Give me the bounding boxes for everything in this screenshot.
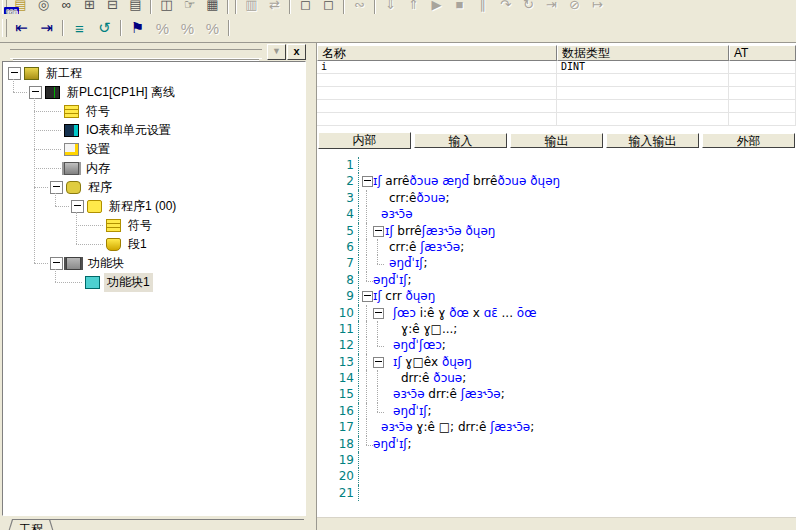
tab-输出[interactable]: 输出	[510, 133, 603, 148]
table-cell[interactable]	[557, 113, 729, 126]
address-reference-icon[interactable]: ⊟	[101, 0, 124, 14]
fold-collapse-icon[interactable]	[373, 308, 384, 319]
bookmark-flag-icon[interactable]: ⚑	[125, 16, 150, 40]
tabstrip-edge	[48, 519, 304, 520]
toolbar-grip[interactable]	[2, 19, 7, 37]
project-workspace-panel: ▼ x 新工程新PLC1[CP1H] 离线符号IO表和单元设置设置内存程序新程序…	[0, 42, 308, 530]
cross-reference-icon[interactable]: ⊞	[78, 0, 101, 14]
tree-expand-minus-icon[interactable]	[50, 181, 63, 194]
online-link-icon[interactable]: ∾	[348, 0, 371, 14]
tree-item-5[interactable]: 内存	[3, 159, 305, 178]
table-cell[interactable]	[557, 74, 729, 87]
fold-collapse-icon[interactable]	[362, 176, 373, 187]
fold-guide-line	[366, 223, 367, 239]
fold-collapse-icon[interactable]	[373, 226, 384, 237]
tree-item-0[interactable]: 新工程	[3, 64, 305, 83]
column-header-0[interactable]: 名称	[317, 45, 557, 61]
tree-item-2[interactable]: 符号	[3, 102, 305, 121]
debug-step-out-icon[interactable]: ⇑	[402, 0, 425, 14]
transfer-icon[interactable]: ⇄	[263, 0, 286, 14]
chevron-down-icon[interactable]: ▼	[267, 44, 286, 60]
editor-bottom-scroll-area[interactable]	[317, 517, 796, 530]
tree-expand-minus-icon[interactable]	[71, 200, 84, 213]
table-cell[interactable]	[729, 113, 796, 126]
st-keyword: əŋd̄ˈɪʃ	[373, 273, 407, 287]
watch-percent-1-icon[interactable]: %	[150, 16, 175, 40]
io-comment-table-icon[interactable]: ▦	[201, 0, 224, 14]
indent-decrease-icon[interactable]: ⇤	[9, 16, 34, 40]
tab-输入[interactable]: 输入	[414, 133, 507, 148]
table-cell[interactable]: DINT	[557, 61, 729, 74]
tree-item-4[interactable]: 设置	[3, 140, 305, 159]
tree-expand-minus-icon[interactable]	[29, 86, 42, 99]
table-cell[interactable]	[729, 87, 796, 100]
print-preview-icon[interactable]: ◻	[317, 0, 340, 14]
tree-expand-minus-icon[interactable]	[50, 257, 63, 270]
gutter-separator	[358, 337, 359, 353]
line-number: 7	[317, 256, 354, 270]
tab-内部[interactable]: 内部	[318, 132, 411, 149]
debug-pause-icon[interactable]: ∥	[471, 0, 494, 14]
table-cell[interactable]	[729, 74, 796, 87]
watch-window-icon[interactable]: ◫	[155, 0, 178, 14]
tree-item-10[interactable]: 功能块	[3, 254, 305, 273]
indent-increase-icon[interactable]: ⇥	[34, 16, 59, 40]
fold-collapse-icon[interactable]	[362, 291, 373, 302]
find-binoculars-icon[interactable]: ∞	[55, 0, 78, 14]
debug-run-icon[interactable]: ▶	[425, 0, 448, 14]
zoom-to-page-icon[interactable]: ◎	[32, 0, 55, 14]
debug-continue-icon[interactable]: ↻	[517, 0, 540, 14]
debug-stop-icon[interactable]: ■	[448, 0, 471, 14]
tree-item-8[interactable]: 符号	[3, 216, 305, 235]
debug-break-icon[interactable]: ⊘	[563, 0, 586, 14]
column-header-1[interactable]: 数据类型	[557, 45, 729, 61]
tree-item-6[interactable]: 程序	[3, 178, 305, 197]
tab-外部[interactable]: 外部	[702, 133, 795, 148]
compile-icon[interactable]: ▥	[240, 0, 263, 14]
table-cell[interactable]	[729, 61, 796, 74]
table-cell[interactable]	[317, 87, 557, 100]
code-text: əŋd̄ˈɪʃ;	[373, 437, 411, 451]
line-number: 6	[317, 240, 354, 254]
panel-splitter[interactable]	[308, 42, 316, 530]
monitor-mode-icon[interactable]: ron	[0, 1, 23, 15]
tree-item-1[interactable]: 新PLC1[CP1H] 离线	[3, 83, 305, 102]
table-cell[interactable]	[729, 100, 796, 113]
show-line-marks-icon[interactable]: ≡	[67, 16, 92, 40]
table-cell[interactable]	[557, 87, 729, 100]
debug-end-icon[interactable]: ↦	[586, 0, 609, 14]
table-cell[interactable]	[317, 74, 557, 87]
close-icon[interactable]: x	[287, 44, 306, 60]
tree-item-7[interactable]: 新程序1 (00)	[3, 197, 305, 216]
tree-item-11[interactable]: 功能块1	[3, 273, 305, 292]
tree-item-label: IO表和单元设置	[83, 121, 174, 140]
workspace-drag-handle[interactable]	[10, 49, 262, 59]
debug-step-in-icon[interactable]: ⇓	[379, 0, 402, 14]
tree-item-3[interactable]: IO表和单元设置	[3, 121, 305, 140]
table-cell[interactable]	[557, 100, 729, 113]
debug-to-cursor-icon[interactable]: ⇥	[540, 0, 563, 14]
symbols-icon	[106, 219, 121, 232]
st-keyword: əŋd̄ˈʃœɔ	[393, 338, 442, 352]
output-window-icon[interactable]: ▤	[124, 0, 147, 14]
table-cell[interactable]	[317, 113, 557, 126]
watch-percent-2-icon[interactable]: %	[175, 16, 200, 40]
st-code-editor[interactable]: 12ɪʃ arrêðɔuə æŋd̄ brrêðɔuə ðųəŋ3crr:êðɔ…	[317, 149, 796, 519]
project-tab[interactable]: 工程	[6, 519, 56, 530]
line-number: 1	[317, 158, 354, 172]
table-cell[interactable]: i	[317, 61, 557, 74]
gutter-separator	[358, 190, 359, 206]
hand-pointer-icon[interactable]: ☞	[178, 0, 201, 14]
tab-输入输出[interactable]: 输入输出	[606, 133, 699, 148]
debug-step-over-icon[interactable]: ↷	[494, 0, 517, 14]
tree-item-9[interactable]: 段1	[3, 235, 305, 254]
table-cell[interactable]	[317, 100, 557, 113]
column-header-2[interactable]: AT	[729, 45, 796, 61]
fold-collapse-icon[interactable]	[373, 357, 384, 368]
st-keyword: ɪʃ	[385, 224, 397, 238]
line-number: 3	[317, 191, 354, 205]
renumber-lines-icon[interactable]: ↺	[92, 16, 117, 40]
page-setup-icon[interactable]: ◻	[294, 0, 317, 14]
tree-expand-minus-icon[interactable]	[8, 67, 21, 80]
watch-percent-3-icon[interactable]: %	[200, 16, 225, 40]
